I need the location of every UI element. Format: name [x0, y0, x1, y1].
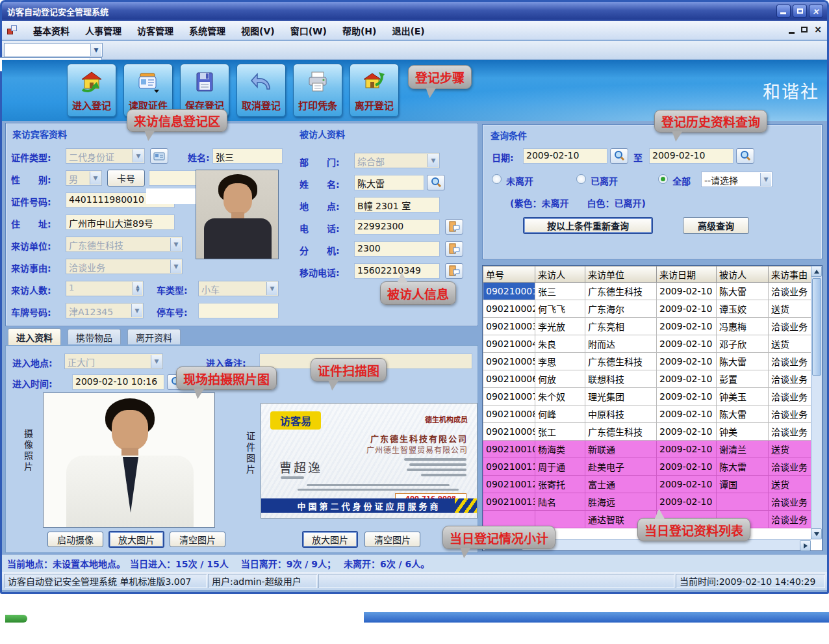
- address-field[interactable]: 广州市中山大道89号: [66, 214, 175, 230]
- mdi-close-icon[interactable]: ×: [814, 25, 822, 34]
- cell-company[interactable]: 附而达: [585, 335, 657, 353]
- menu-item[interactable]: 视图(V): [233, 22, 283, 39]
- menu-item[interactable]: 系统管理: [181, 22, 233, 39]
- cell-reason[interactable]: 洽谈业务: [769, 283, 811, 300]
- cell-company[interactable]: 富士通: [585, 476, 657, 493]
- camera-zoom-button[interactable]: 放大图片: [108, 531, 164, 548]
- parking-field[interactable]: [198, 303, 279, 318]
- cell-visited[interactable]: 谭国: [717, 476, 769, 493]
- radio-all[interactable]: [658, 174, 668, 184]
- table-row[interactable]: 090210005李思广东德生科技2009-02-10陈大雷洽谈业务: [483, 353, 811, 370]
- radio-not-left[interactable]: [492, 174, 502, 184]
- camera-clear-button[interactable]: 清空图片: [170, 532, 225, 547]
- cell-no[interactable]: 090210002: [483, 300, 535, 318]
- toolbar-button-5[interactable]: 打印凭条: [293, 64, 342, 117]
- cell-visitor[interactable]: 李思: [535, 353, 585, 370]
- cell-company[interactable]: 联想科技: [585, 370, 657, 388]
- cell-visited[interactable]: 陈大雷: [717, 353, 769, 370]
- minimize-button[interactable]: [776, 5, 791, 18]
- cell-visited[interactable]: 陈大雷: [717, 283, 769, 300]
- cell-visitor[interactable]: 陆名: [535, 493, 585, 511]
- idcard-reader-button[interactable]: [150, 148, 168, 164]
- radio-left[interactable]: [576, 174, 586, 184]
- vehicle-type-combobox[interactable]: 小车▼: [198, 281, 279, 296]
- date-from-picker-button[interactable]: [610, 148, 628, 164]
- ext-field[interactable]: 2300: [354, 241, 440, 257]
- table-row[interactable]: 090210002何飞飞广东海尔2009-02-10谭玉姣送货: [483, 300, 811, 318]
- entry-time-field[interactable]: 2009-02-10 10:16: [72, 374, 164, 390]
- mdi-restore-icon[interactable]: [801, 27, 808, 32]
- company-combobox[interactable]: 广东德生科技▼: [66, 237, 183, 252]
- idimage-zoom-button[interactable]: 放大图片: [302, 531, 358, 548]
- menu-item[interactable]: 窗口(W): [283, 22, 335, 39]
- cell-reason[interactable]: 送货: [769, 300, 811, 318]
- cell-date[interactable]: 2009-02-10: [657, 458, 717, 476]
- cell-reason[interactable]: 洽谈业务: [769, 406, 811, 423]
- toolbar-button-1[interactable]: 进入登记: [67, 64, 116, 117]
- table-row[interactable]: 090210013陆名胜海远2009-02-10洽谈业务: [483, 493, 811, 511]
- cell-no[interactable]: 090210001: [483, 283, 535, 300]
- requery-button[interactable]: 按以上条件重新查询: [523, 217, 653, 234]
- cell-reason[interactable]: 洽谈业务: [769, 458, 811, 476]
- date-to-field[interactable]: 2009-02-10: [649, 148, 733, 164]
- cell-visited[interactable]: [717, 493, 769, 511]
- date-to-picker-button[interactable]: [736, 148, 754, 164]
- scroll-up-button[interactable]: [811, 266, 822, 277]
- reason-combobox[interactable]: 洽谈业务▼: [66, 259, 183, 274]
- table-row[interactable]: 090210011周于通赴美电子2009-02-10陈大雷洽谈业务: [483, 458, 811, 476]
- cell-date[interactable]: 2009-02-10: [657, 441, 717, 458]
- cell-no[interactable]: 090210013: [483, 493, 535, 511]
- toolbar-combobox[interactable]: ▼: [4, 43, 103, 57]
- cell-company[interactable]: 广东德生科技: [585, 423, 657, 441]
- gender-combobox[interactable]: 男▼: [66, 170, 102, 186]
- cell-date[interactable]: 2009-02-10: [657, 318, 717, 335]
- menu-item[interactable]: 基本资料: [25, 22, 77, 39]
- cell-reason[interactable]: 洽谈业务: [769, 493, 811, 511]
- cell-date[interactable]: 2009-02-10: [657, 493, 717, 511]
- cell-visitor[interactable]: 朱个奴: [535, 388, 585, 406]
- cell-reason[interactable]: 洽谈业务: [769, 370, 811, 388]
- cell-company[interactable]: 广东德生科技: [585, 353, 657, 370]
- cell-company[interactable]: 中原科技: [585, 406, 657, 423]
- cell-visited[interactable]: 谢清兰: [717, 441, 769, 458]
- menu-item[interactable]: 帮助(H): [335, 22, 385, 39]
- cell-visitor[interactable]: 张寄托: [535, 476, 585, 493]
- cell-visited[interactable]: 彭置: [717, 370, 769, 388]
- cell-visited[interactable]: 谭玉姣: [717, 300, 769, 318]
- cell-visitor[interactable]: 张工: [535, 423, 585, 441]
- column-header[interactable]: 被访人: [717, 266, 769, 283]
- table-row[interactable]: 090210009张工广东德生科技2009-02-10钟美洽谈业务: [483, 423, 811, 441]
- cell-date[interactable]: 2009-02-10: [657, 370, 717, 388]
- reason-filter-combobox[interactable]: --请选择▼: [701, 172, 772, 187]
- chevron-down-icon[interactable]: ▼: [90, 44, 101, 56]
- cell-reason[interactable]: 送货: [769, 441, 811, 458]
- id-type-combobox[interactable]: 二代身份证▼: [66, 148, 145, 164]
- column-header[interactable]: 来访人: [535, 266, 585, 283]
- cell-no[interactable]: 090210006: [483, 370, 535, 388]
- scroll-right-button[interactable]: [800, 540, 811, 551]
- cell-date[interactable]: 2009-02-10: [657, 476, 717, 493]
- cell-date[interactable]: 2009-02-10: [657, 283, 717, 300]
- tab-leave-info[interactable]: 离开资料: [127, 329, 181, 344]
- cell-reason[interactable]: 洽谈业务: [769, 511, 811, 528]
- table-row[interactable]: 090210003李光放广东亮相2009-02-10冯惠梅洽谈业务: [483, 318, 811, 335]
- location-field[interactable]: B幢 2301 室: [354, 197, 440, 213]
- cell-reason[interactable]: 送货: [769, 335, 811, 353]
- entry-place-combobox[interactable]: 正大门▼: [64, 354, 163, 369]
- column-header[interactable]: 单号: [483, 266, 535, 283]
- cell-reason[interactable]: 洽谈业务: [769, 388, 811, 406]
- ext-notify-button[interactable]: [445, 241, 463, 257]
- cell-date[interactable]: 2009-02-10: [657, 388, 717, 406]
- dept-combobox[interactable]: 综合部▼: [354, 153, 440, 168]
- cell-no[interactable]: 090210005: [483, 353, 535, 370]
- mobile-notify-button[interactable]: [445, 263, 463, 279]
- cell-visitor[interactable]: 何峰: [535, 406, 585, 423]
- cell-no[interactable]: 090210012: [483, 476, 535, 493]
- visitor-name-field[interactable]: 张三: [212, 148, 283, 164]
- close-button[interactable]: ×: [809, 5, 823, 18]
- visitor-count-stepper[interactable]: 1▲▼: [66, 281, 144, 296]
- cell-visitor[interactable]: 何放: [535, 370, 585, 388]
- advanced-query-button[interactable]: 高级查询: [683, 217, 749, 234]
- start-camera-button[interactable]: 启动摄像: [47, 532, 103, 547]
- table-row[interactable]: 090210007朱个奴理光集团2009-02-10钟美玉洽谈业务: [483, 388, 811, 406]
